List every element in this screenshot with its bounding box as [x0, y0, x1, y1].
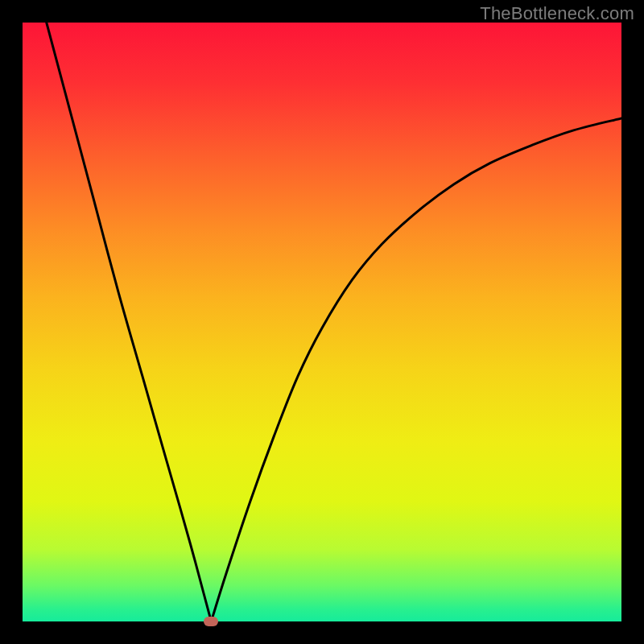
chart-plot-area [23, 23, 621, 621]
curve-left-branch [47, 23, 212, 621]
minimum-marker [204, 617, 218, 626]
chart-svg [23, 23, 621, 621]
watermark-text: TheBottleneck.com [480, 3, 634, 24]
curve-right-branch [211, 118, 621, 621]
